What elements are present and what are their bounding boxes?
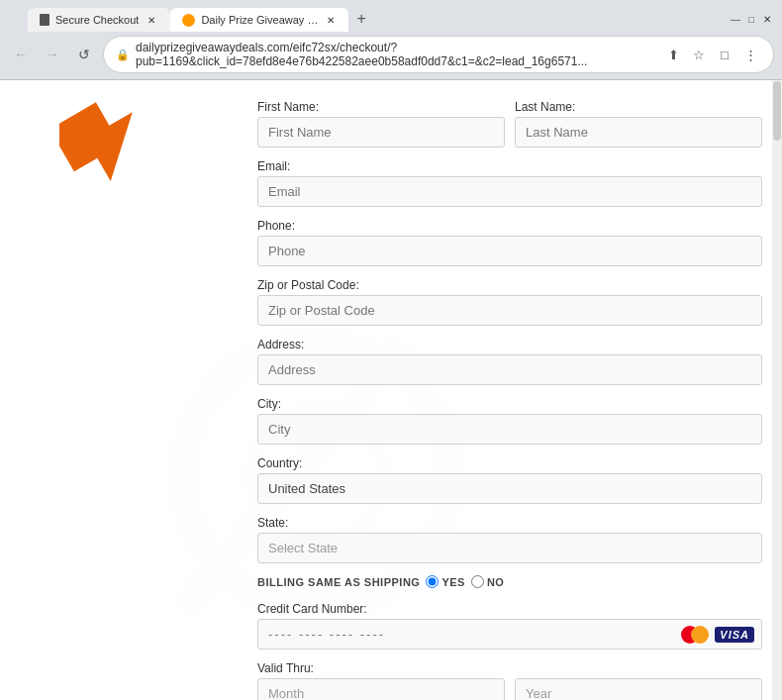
tab-favicon-1 [40, 14, 49, 26]
close-button[interactable]: ✕ [760, 12, 774, 26]
first-name-field-row: First Name: [257, 100, 505, 148]
visa-icon: VISA [715, 627, 754, 643]
last-name-label: Last Name: [515, 100, 762, 114]
name-row: First Name: Last Name: [257, 100, 762, 159]
cc-input-wrapper: VISA [257, 619, 762, 650]
maximize-button[interactable]: □ [744, 12, 758, 26]
tab-label-1: Secure Checkout [55, 14, 139, 26]
month-select[interactable]: Month 01 02 03 04 05 06 07 08 09 10 11 1… [257, 678, 505, 700]
billing-no-label[interactable]: NO [471, 575, 505, 588]
email-field-row: Email: [257, 159, 762, 207]
billing-yes-label[interactable]: YES [426, 575, 465, 588]
tab-favicon-2 [182, 14, 195, 27]
extension-icon[interactable]: □ [714, 44, 735, 65]
first-name-input[interactable] [257, 117, 505, 148]
reload-button[interactable]: ↺ [71, 42, 97, 67]
billing-same-row: BILLING SAME AS SHIPPING YES NO [257, 575, 762, 588]
mc-yellow-circle [691, 626, 709, 644]
last-name-field-row: Last Name: [515, 100, 762, 148]
menu-icon[interactable]: ⋮ [739, 44, 761, 65]
page-content: First Name: Last Name: Email: Phone: Zip… [0, 80, 782, 700]
tab-daily-prize[interactable]: Daily Prize Giveaway Deals ✕ [170, 8, 348, 32]
cc-field-row: Credit Card Number: VISA [257, 602, 762, 650]
tab-label-2: Daily Prize Giveaway Deals [201, 14, 319, 26]
new-tab-button[interactable]: + [348, 6, 373, 32]
phone-field-row: Phone: [257, 219, 762, 266]
mastercard-icon [679, 625, 711, 645]
country-label: Country: [257, 456, 762, 470]
zip-label: Zip or Postal Code: [257, 278, 762, 292]
address-input[interactable] [257, 354, 762, 385]
city-input[interactable] [257, 414, 762, 445]
bookmark-icon[interactable]: ☆ [688, 44, 710, 65]
browser-chrome: Secure Checkout ✕ Daily Prize Giveaway D… [0, 0, 782, 80]
address-bar[interactable]: 🔒 dailyprizegiveawaydeals.com/eifc72sx/c… [103, 36, 774, 73]
form-area: First Name: Last Name: Email: Phone: Zip… [0, 80, 782, 700]
phone-input[interactable] [257, 236, 762, 266]
state-select[interactable]: Select State Alabama Alaska Arizona Cali… [257, 533, 762, 563]
year-field-row: Year 2024 2025 2026 2027 2028 [515, 678, 762, 700]
security-lock-icon: 🔒 [116, 49, 130, 61]
billing-no-radio[interactable] [471, 575, 484, 588]
country-select[interactable]: United States [257, 473, 762, 504]
billing-no-text: NO [487, 576, 505, 588]
cc-label: Credit Card Number: [257, 602, 762, 616]
billing-label: BILLING SAME AS SHIPPING [257, 576, 420, 588]
last-name-input[interactable] [515, 117, 762, 148]
tab-close-1[interactable]: ✕ [145, 13, 158, 27]
forward-button[interactable]: → [40, 42, 65, 67]
address-icons: ⬆ ☆ □ ⋮ [662, 44, 761, 65]
year-select[interactable]: Year 2024 2025 2026 2027 2028 [515, 678, 762, 700]
share-icon[interactable]: ⬆ [662, 44, 684, 65]
billing-yes-radio[interactable] [426, 575, 439, 588]
email-input[interactable] [257, 176, 762, 207]
title-bar: Secure Checkout ✕ Daily Prize Giveaway D… [0, 0, 782, 32]
valid-thru-row: Valid Thru: Month 01 02 03 04 05 06 07 0… [257, 661, 762, 700]
address-field-row: Address: [257, 338, 762, 385]
state-label: State: [257, 516, 762, 530]
url-text: dailyprizegiveawaydeals.com/eifc72sx/che… [136, 41, 656, 68]
address-label: Address: [257, 338, 762, 351]
state-field-row: State: Select State Alabama Alaska Arizo… [257, 516, 762, 563]
back-button[interactable]: ← [8, 42, 34, 67]
zip-field-row: Zip or Postal Code: [257, 278, 762, 326]
cc-icons: VISA [679, 625, 754, 645]
tab-close-2[interactable]: ✕ [325, 13, 337, 27]
billing-yes-text: YES [441, 576, 465, 588]
month-field-row: Month 01 02 03 04 05 06 07 08 09 10 11 1… [257, 678, 505, 700]
country-field-row: Country: United States [257, 456, 762, 504]
minimize-button[interactable]: — [729, 12, 742, 26]
zip-input[interactable] [257, 295, 762, 326]
first-name-label: First Name: [257, 100, 505, 114]
valid-thru-label: Valid Thru: [257, 661, 762, 675]
email-label: Email: [257, 159, 762, 173]
phone-label: Phone: [257, 219, 762, 233]
address-bar-row: ← → ↺ 🔒 dailyprizegiveawaydeals.com/eifc… [0, 32, 782, 79]
tab-secure-checkout[interactable]: Secure Checkout ✕ [28, 8, 170, 32]
valid-thru-inputs: Month 01 02 03 04 05 06 07 08 09 10 11 1… [257, 678, 762, 700]
city-label: City: [257, 397, 762, 411]
city-field-row: City: [257, 397, 762, 445]
